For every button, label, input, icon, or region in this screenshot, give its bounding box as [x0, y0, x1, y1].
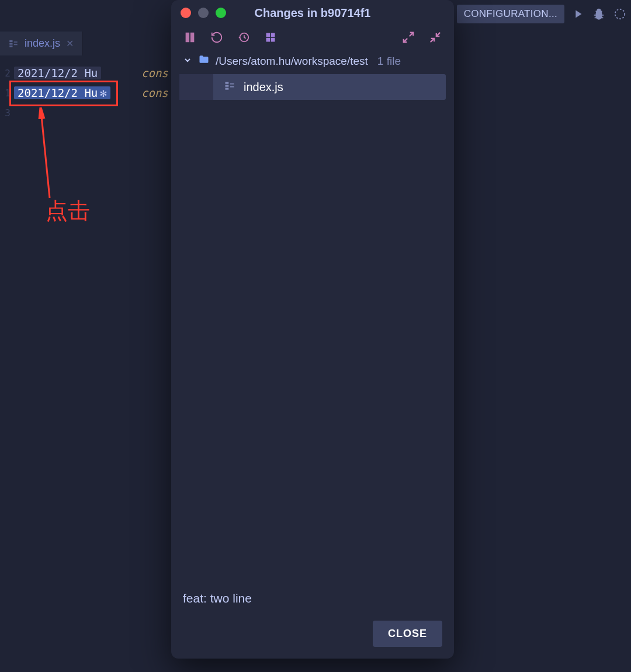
play-icon[interactable]	[570, 6, 585, 22]
svg-rect-4	[14, 41, 18, 43]
tab-index-js[interactable]: index.js ✕	[0, 32, 82, 55]
path-text: /Users/atom.hu/workspace/test	[216, 55, 368, 68]
svg-rect-1	[9, 40, 12, 42]
svg-rect-11	[271, 38, 275, 42]
chevron-down-icon[interactable]	[183, 55, 192, 68]
svg-rect-5	[14, 44, 18, 45]
svg-rect-15	[230, 83, 234, 84]
svg-rect-2	[9, 43, 12, 44]
svg-rect-10	[266, 38, 271, 42]
dialog-toolbar	[171, 26, 454, 50]
svg-rect-9	[271, 33, 275, 37]
modified-marker-icon: ✻	[100, 86, 106, 99]
top-toolbar: CONFIGURATION...	[457, 5, 631, 23]
close-button[interactable]: CLOSE	[373, 621, 442, 647]
file-name: index.js	[244, 81, 283, 94]
collapse-icon[interactable]	[428, 30, 442, 44]
svg-rect-8	[266, 33, 271, 37]
editor-tabs: index.js ✕	[0, 32, 82, 55]
line-number: 2	[0, 68, 11, 79]
blame-annotation-selected[interactable]: 2021/12/2 Hu✻	[14, 86, 110, 99]
svg-rect-3	[9, 46, 12, 47]
diff-icon	[8, 39, 19, 49]
file-list: index.js	[171, 74, 454, 100]
dialog-path-row[interactable]: /Users/atom.hu/workspace/test 1 file	[171, 50, 454, 74]
file-count: 1 file	[377, 55, 401, 68]
blame-annotation[interactable]: 2021/12/2 Hu	[14, 67, 101, 79]
changes-dialog: Changes in b90714f1 /Users/atom.hu/works…	[171, 0, 454, 659]
expand-icon[interactable]	[401, 30, 415, 44]
commit-message: feat: two line	[171, 584, 454, 612]
group-by-icon[interactable]	[264, 30, 278, 44]
stop-icon[interactable]	[612, 6, 627, 22]
diff-file-icon	[224, 80, 235, 95]
tab-label: index.js	[25, 37, 60, 50]
blame-gutter: 2 2021/12/2 Hu 1 2021/12/2 Hu✻ 3	[0, 63, 138, 672]
svg-rect-13	[226, 85, 229, 86]
gutter-row: 3	[0, 103, 138, 123]
svg-rect-16	[230, 86, 234, 87]
svg-rect-12	[226, 82, 229, 83]
close-tab-icon[interactable]: ✕	[66, 38, 74, 49]
svg-point-0	[615, 9, 625, 19]
bug-icon[interactable]	[591, 6, 606, 22]
gutter-row[interactable]: 2 2021/12/2 Hu	[0, 63, 138, 83]
folder-icon	[198, 54, 210, 68]
file-row[interactable]: index.js	[179, 74, 446, 100]
dialog-titlebar: Changes in b90714f1	[171, 0, 454, 26]
line-number: 1	[0, 88, 11, 99]
svg-rect-14	[226, 88, 229, 89]
gutter-row[interactable]: 1 2021/12/2 Hu✻	[0, 83, 138, 103]
dialog-body	[171, 100, 454, 584]
revert-icon[interactable]	[210, 30, 224, 44]
run-configuration-chip[interactable]: CONFIGURATION...	[457, 5, 564, 23]
line-number: 3	[0, 107, 11, 119]
selection-indent	[179, 74, 213, 100]
diff-preview-icon[interactable]	[183, 30, 197, 44]
dialog-footer: CLOSE	[171, 612, 454, 659]
dialog-title: Changes in b90714f1	[171, 6, 454, 20]
history-icon[interactable]	[237, 30, 251, 44]
